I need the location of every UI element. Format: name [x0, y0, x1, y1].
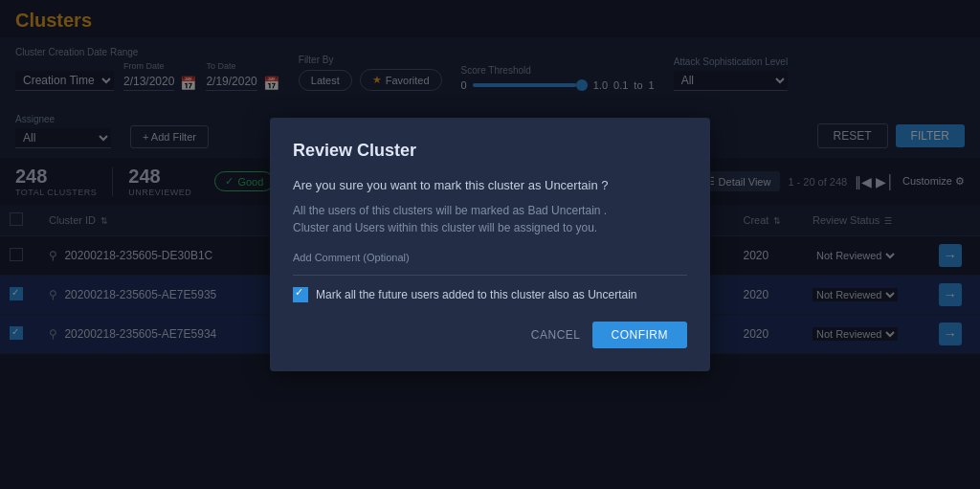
review-cluster-modal: Review Cluster Are you sure you want to …	[270, 118, 710, 372]
future-users-checkbox[interactable]	[293, 287, 308, 302]
modal-subtext: All the users of this clusters will be m…	[293, 202, 687, 236]
modal-question: Are you sure you want to mark this clust…	[293, 176, 687, 195]
modal-checkbox-row: Mark all the future users added to this …	[293, 287, 687, 302]
modal-actions: CANCEL CONFIRM	[293, 322, 687, 348]
future-users-label: Mark all the future users added to this …	[316, 288, 637, 301]
confirm-button[interactable]: CONFIRM	[592, 322, 688, 348]
modal-title: Review Cluster	[293, 141, 687, 161]
modal-subtext2: Cluster and Users within this cluster wi…	[293, 221, 597, 234]
modal-divider	[293, 275, 687, 276]
modal-overlay[interactable]: Review Cluster Are you sure you want to …	[0, 0, 980, 489]
cancel-button[interactable]: CANCEL	[531, 328, 581, 342]
modal-subtext1: All the users of this clusters will be m…	[293, 204, 607, 217]
modal-comment-label: Add Comment (Optional)	[293, 252, 687, 263]
